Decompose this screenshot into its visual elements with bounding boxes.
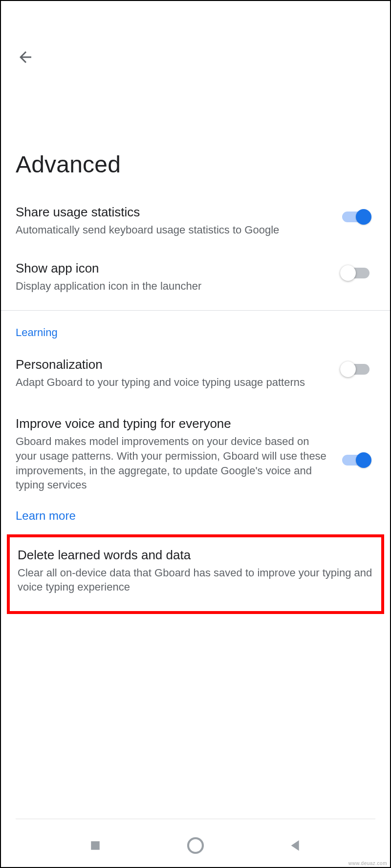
setting-show-app-icon[interactable]: Show app icon Display application icon i… (1, 249, 390, 305)
android-nav-bar (1, 824, 390, 867)
nav-home-button[interactable] (183, 833, 208, 858)
watermark: www.deuaz.com (348, 861, 387, 866)
divider (16, 819, 375, 819)
setting-desc: Adapt Gboard to your typing and voice ty… (16, 375, 327, 390)
toggle-share-usage[interactable] (342, 208, 371, 218)
toggle-personalization[interactable] (342, 360, 371, 370)
highlighted-setting-delete-learned[interactable]: Delete learned words and data Clear all … (7, 534, 384, 614)
setting-title: Personalization (16, 357, 327, 373)
arrow-back-icon (17, 48, 34, 66)
setting-share-usage[interactable]: Share usage statistics Automatically sen… (1, 192, 390, 249)
page-title: Advanced (1, 78, 390, 192)
triangle-back-icon (288, 838, 304, 853)
nav-recent-apps-button[interactable] (83, 833, 108, 858)
switch-thumb (340, 265, 356, 281)
setting-text: Show app icon Display application icon i… (16, 260, 342, 293)
learn-more-link[interactable]: Learn more (1, 504, 390, 525)
toggle-improve-voice-typing[interactable] (342, 451, 371, 461)
setting-title: Show app icon (16, 260, 327, 277)
switch-thumb (356, 452, 371, 468)
circle-icon (186, 836, 205, 855)
setting-title: Improve voice and typing for everyone (16, 416, 327, 432)
setting-title: Delete learned words and data (18, 547, 373, 564)
svg-point-1 (188, 838, 203, 853)
setting-desc: Clear all on-device data that Gboard has… (18, 566, 373, 594)
setting-desc: Automatically send keyboard usage statis… (16, 223, 327, 237)
svg-rect-0 (91, 841, 100, 850)
section-label-learning: Learning (1, 311, 390, 345)
square-icon (88, 838, 103, 853)
toggle-show-app-icon[interactable] (342, 264, 371, 274)
switch-thumb (356, 209, 371, 225)
setting-desc: Display application icon in the launcher (16, 279, 327, 294)
setting-desc: Gboard makes model improvements on your … (16, 434, 327, 492)
setting-personalization[interactable]: Personalization Adapt Gboard to your typ… (1, 345, 390, 401)
back-button[interactable] (16, 47, 35, 67)
setting-improve-voice-typing[interactable]: Improve voice and typing for everyone Gb… (1, 401, 390, 504)
setting-text: Improve voice and typing for everyone Gb… (16, 416, 342, 492)
nav-back-button[interactable] (283, 833, 308, 858)
setting-title: Share usage statistics (16, 204, 327, 221)
setting-text: Share usage statistics Automatically sen… (16, 204, 342, 237)
switch-thumb (340, 361, 356, 377)
setting-text: Personalization Adapt Gboard to your typ… (16, 357, 342, 389)
